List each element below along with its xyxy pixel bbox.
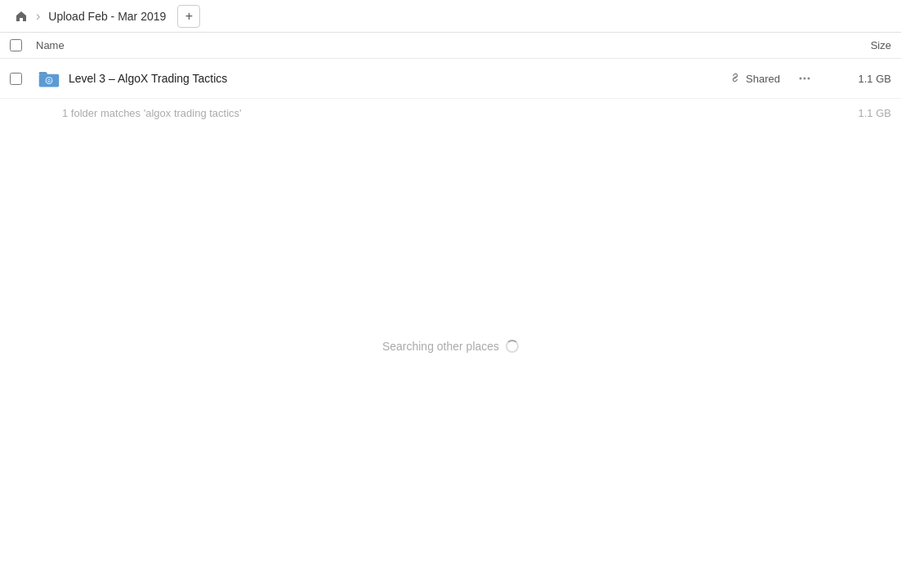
file-name: Level 3 – AlgoX Trading Tactics [69,72,729,85]
link-icon [729,72,741,86]
home-button[interactable] [10,5,33,28]
shared-label: Shared [746,73,780,85]
breadcrumb: › Upload Feb - Mar 2019 + [10,5,200,28]
size-column-header: Size [826,39,891,51]
shared-area: Shared [729,72,780,86]
name-column-header: Name [36,39,826,51]
column-header: Name Size [0,33,901,59]
folder-icon-wrap [36,65,62,91]
file-size: 1.1 GB [826,73,891,85]
more-options-button[interactable] [793,67,816,90]
searching-text: Searching other places [382,340,499,353]
add-button[interactable]: + [177,5,200,28]
home-icon [15,10,28,23]
loading-spinner [506,340,519,353]
file-checkbox-wrapper[interactable] [10,73,36,85]
matches-size: 1.1 GB [859,107,891,119]
svg-point-3 [800,78,802,80]
breadcrumb-title: Upload Feb - Mar 2019 [43,8,171,24]
select-all-checkbox[interactable] [10,39,22,51]
file-checkbox[interactable] [10,73,22,85]
matches-info-row: 1 folder matches 'algox trading tactics'… [0,99,901,127]
select-all-checkbox-wrapper[interactable] [10,39,36,51]
svg-point-5 [808,78,810,80]
file-row[interactable]: Level 3 – AlgoX Trading Tactics Shared 1… [0,59,901,99]
matches-text: 1 folder matches 'algox trading tactics' [62,107,242,119]
header: › Upload Feb - Mar 2019 + [0,0,901,33]
searching-area: Searching other places [0,340,901,353]
add-icon: + [185,9,193,24]
folder-icon [38,67,60,90]
svg-point-4 [804,78,806,80]
breadcrumb-separator: › [36,9,40,24]
